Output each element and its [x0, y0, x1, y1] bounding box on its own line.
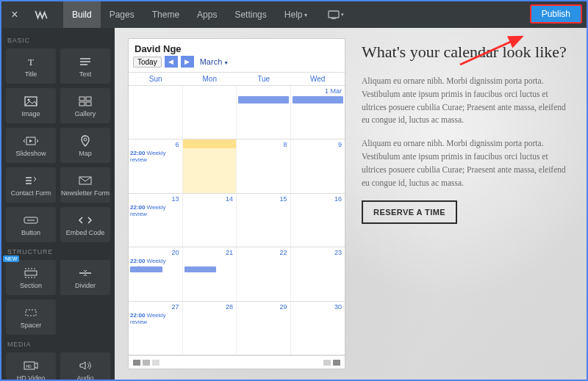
prev-button[interactable]: ◀ — [165, 56, 178, 68]
element-label: Section — [20, 282, 42, 289]
svg-rect-25 — [26, 310, 36, 316]
svg-rect-1 — [331, 18, 336, 19]
map-icon — [79, 134, 91, 148]
calendar-day[interactable] — [237, 86, 291, 139]
embed-code-icon — [78, 214, 93, 227]
gallery-icon — [79, 95, 92, 108]
title-icon: T — [24, 55, 37, 68]
paragraph-1[interactable]: Aliquam eu ornare nibh. Morbi dignissim … — [362, 75, 573, 127]
calendar-day[interactable]: 22 — [237, 247, 291, 300]
element-label: Spacer — [21, 322, 42, 329]
calendar-day[interactable]: 7 — [183, 139, 237, 192]
svg-rect-0 — [329, 11, 339, 18]
calendar-day[interactable]: 28 — [183, 302, 237, 355]
day-header: Mon — [183, 73, 237, 85]
element-contact-form[interactable]: Contact Form — [6, 167, 56, 203]
calendar-day[interactable]: 23 — [291, 247, 345, 300]
element-label: Audio — [76, 374, 93, 380]
section-icon — [24, 266, 38, 280]
calendar-day[interactable]: 9 — [291, 139, 345, 192]
element-label: Title — [25, 70, 37, 78]
element-map[interactable]: Map — [60, 128, 110, 163]
calendar-widget[interactable]: David Nge Today ◀ ▶ March▼ SunMonTueWed … — [128, 38, 345, 369]
tab-help[interactable]: Help▾ — [276, 1, 317, 28]
calendar-day[interactable] — [183, 86, 237, 139]
svg-text:HD: HD — [26, 364, 32, 369]
calendar-day[interactable]: 2722:00Weekly review — [129, 302, 183, 355]
month-selector[interactable]: March▼ — [200, 57, 229, 66]
calendar-day[interactable] — [129, 86, 183, 139]
calendar-day[interactable]: 29 — [237, 302, 291, 355]
calendar-day[interactable]: 15 — [237, 194, 291, 247]
reserve-time-button[interactable]: RESERVE A TIME — [362, 200, 457, 224]
svg-rect-9 — [79, 97, 85, 101]
button-icon — [24, 214, 38, 227]
contact-form-icon — [24, 174, 37, 187]
image-icon — [24, 95, 37, 108]
element-embed-code[interactable]: Embed Code — [60, 207, 110, 242]
day-header: Wed — [291, 73, 345, 85]
calendar-day[interactable]: 21 — [183, 247, 237, 300]
element-image[interactable]: Image — [6, 88, 56, 123]
sidebar-heading-media: MEDIA — [7, 341, 109, 348]
element-hd-video[interactable]: HDHD Video — [6, 352, 56, 380]
calendar-day[interactable]: 1322:00Weekly review — [129, 194, 183, 247]
calendar-day[interactable]: 2022:00Weekly review — [129, 247, 183, 300]
element-title[interactable]: TTitle — [6, 48, 56, 84]
page-headline[interactable]: What's your calendar look like? — [362, 43, 573, 62]
page-canvas[interactable]: David Nge Today ◀ ▶ March▼ SunMonTueWed … — [115, 28, 587, 380]
day-header: Sun — [129, 73, 183, 85]
calendar-event[interactable]: 22:00Weekly review — [130, 312, 182, 325]
tab-build[interactable]: Build — [63, 1, 101, 28]
element-text[interactable]: Text — [60, 48, 110, 84]
element-label: Newsletter Form — [61, 189, 110, 197]
calendar-event[interactable]: 22:00Weekly review — [130, 150, 182, 163]
svg-rect-10 — [86, 97, 91, 101]
publish-button[interactable]: Publish — [530, 4, 582, 23]
element-newsletter-form[interactable]: Newsletter Form — [60, 167, 110, 203]
audio-icon — [79, 359, 92, 372]
tab-pages[interactable]: Pages — [101, 1, 143, 28]
sidebar-heading-structure: STRUCTURE — [7, 248, 109, 255]
next-button[interactable]: ▶ — [181, 56, 194, 68]
element-label: Text — [79, 70, 92, 78]
elements-sidebar: BASIC TTitleTextImageGallerySlideshowMap… — [1, 28, 115, 380]
element-label: Slideshow — [15, 150, 46, 157]
text-icon — [79, 55, 92, 68]
tab-apps[interactable]: Apps — [188, 1, 226, 28]
calendar-day[interactable]: 622:00Weekly review — [129, 139, 183, 192]
element-divider[interactable]: Divider — [60, 260, 110, 295]
close-icon[interactable]: × — [1, 8, 28, 21]
divider-icon — [78, 266, 93, 280]
element-audio[interactable]: Audio — [60, 352, 110, 380]
element-section[interactable]: SectionNEW — [6, 260, 56, 295]
svg-point-8 — [28, 98, 30, 101]
svg-point-14 — [84, 138, 87, 141]
calendar-day[interactable]: 30 — [291, 302, 345, 355]
tab-theme[interactable]: Theme — [143, 1, 188, 28]
today-button[interactable]: Today — [133, 57, 162, 68]
element-label: HD Video — [17, 374, 45, 380]
device-preview-icon[interactable]: ▾ — [320, 10, 351, 19]
element-label: Button — [21, 229, 40, 236]
calendar-day[interactable]: 16 — [291, 194, 345, 247]
calendar-day[interactable]: 8 — [237, 139, 291, 192]
element-gallery[interactable]: Gallery — [60, 88, 110, 123]
element-slideshow[interactable]: Slideshow — [6, 128, 56, 163]
element-spacer[interactable]: Spacer — [6, 300, 56, 335]
calendar-grid[interactable]: 1 Mar622:00Weekly review7891322:00Weekly… — [129, 86, 345, 355]
element-button[interactable]: Button — [6, 207, 56, 242]
calendar-owner: David Nge — [129, 39, 345, 56]
tab-settings[interactable]: Settings — [226, 1, 275, 28]
hd-video-icon: HD — [24, 359, 38, 372]
calendar-day[interactable]: 1 Mar — [291, 86, 345, 139]
calendar-event[interactable]: 22:00Weekly review — [130, 204, 182, 217]
element-label: Map — [79, 150, 92, 157]
paragraph-2[interactable]: Aliquam eu ornare nibh. Morbi dignissim … — [362, 137, 573, 189]
svg-rect-21 — [25, 271, 37, 275]
main-tabs: BuildPagesThemeAppsSettingsHelp▾ — [63, 1, 316, 28]
element-label: Contact Form — [11, 189, 51, 197]
calendar-footer — [129, 355, 345, 369]
new-badge: NEW — [3, 255, 19, 262]
calendar-day[interactable]: 14 — [183, 194, 237, 247]
